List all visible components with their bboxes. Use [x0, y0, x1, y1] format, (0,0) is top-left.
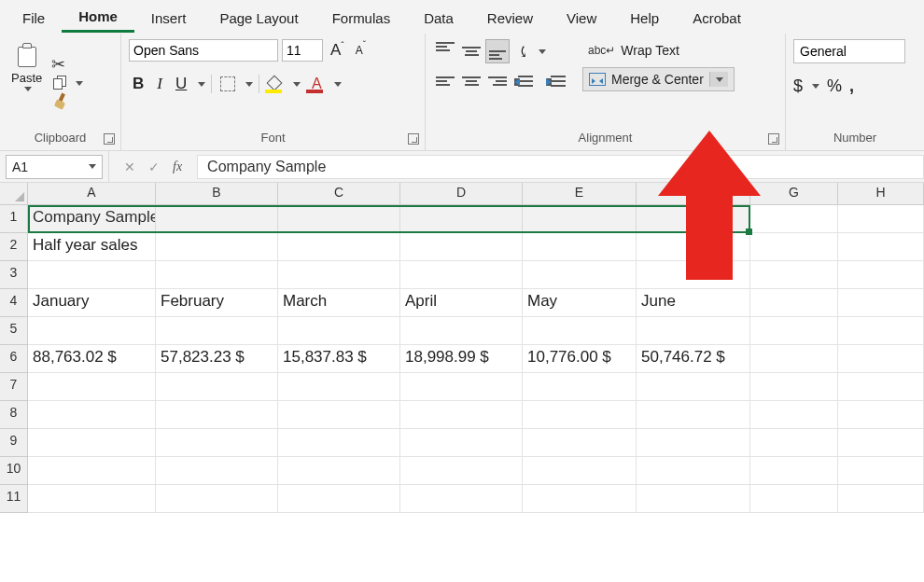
formula-input[interactable] — [197, 155, 924, 179]
col-header-A[interactable]: A — [28, 183, 156, 205]
cell-C4[interactable]: March — [278, 289, 400, 317]
row-header-1[interactable]: 1 — [0, 205, 28, 233]
cell-C5[interactable] — [278, 317, 400, 345]
chevron-down-icon[interactable] — [334, 82, 342, 87]
merge-center-button[interactable]: Merge & Center — [582, 67, 735, 91]
cell-H4[interactable] — [838, 289, 924, 317]
cell-F6[interactable]: 50,746.72 $ — [637, 345, 750, 373]
cell-E7[interactable] — [523, 373, 637, 401]
cell-C1[interactable] — [278, 205, 400, 233]
fx-icon[interactable]: fx — [173, 159, 182, 174]
cell-B2[interactable] — [156, 233, 278, 261]
increase-font-button[interactable]: Aˆ — [327, 41, 348, 60]
col-header-F[interactable]: F — [637, 183, 750, 205]
cell-C7[interactable] — [278, 373, 400, 401]
chevron-down-icon[interactable] — [539, 49, 546, 54]
cell-A2[interactable]: Half year sales — [28, 233, 156, 261]
cell-E9[interactable] — [523, 429, 637, 457]
cell-G10[interactable] — [750, 457, 838, 485]
cell-C9[interactable] — [278, 429, 400, 457]
cell-E3[interactable] — [523, 261, 637, 289]
cell-D1[interactable] — [400, 205, 523, 233]
dialog-launcher-icon[interactable] — [408, 133, 419, 145]
cell-G2[interactable] — [750, 233, 838, 261]
tab-acrobat[interactable]: Acrobat — [676, 3, 758, 32]
cell-F9[interactable] — [637, 429, 750, 457]
cell-E5[interactable] — [523, 317, 637, 345]
cell-D9[interactable] — [400, 429, 523, 457]
cell-B6[interactable]: 57,823.23 $ — [156, 345, 278, 373]
decrease-font-button[interactable]: Aˇ — [352, 44, 370, 57]
row-header-3[interactable]: 3 — [0, 261, 28, 289]
row-header-2[interactable]: 2 — [0, 233, 28, 261]
format-painter-button[interactable] — [51, 93, 83, 112]
cell-D5[interactable] — [400, 317, 523, 345]
chevron-down-icon[interactable] — [198, 82, 205, 87]
merge-dropdown-button[interactable] — [709, 72, 728, 87]
worksheet[interactable]: A B C D E F G H 1 2 3 4 5 6 7 8 9 10 11 … — [0, 183, 924, 582]
cell-E6[interactable]: 10,776.00 $ — [523, 345, 637, 373]
cell-E10[interactable] — [523, 457, 637, 485]
cell-C6[interactable]: 15,837.83 $ — [278, 345, 400, 373]
align-left-button[interactable] — [433, 69, 457, 93]
col-header-E[interactable]: E — [523, 183, 637, 205]
cell-D8[interactable] — [400, 401, 523, 429]
cell-D3[interactable] — [400, 261, 523, 289]
cell-D7[interactable] — [400, 373, 523, 401]
tab-page-layout[interactable]: Page Layout — [203, 3, 315, 32]
number-format-select[interactable] — [793, 39, 905, 63]
cell-F3[interactable] — [637, 261, 750, 289]
cell-H11[interactable] — [838, 485, 924, 513]
cell-A8[interactable] — [28, 401, 156, 429]
cell-H5[interactable] — [838, 317, 924, 345]
cell-F10[interactable] — [637, 457, 750, 485]
chevron-down-icon[interactable] — [812, 84, 819, 89]
cell-A6[interactable]: 88,763.02 $ — [28, 345, 156, 373]
align-bottom-button[interactable] — [485, 39, 510, 63]
cell-G11[interactable] — [750, 485, 838, 513]
cell-A10[interactable] — [28, 457, 156, 485]
cell-G7[interactable] — [750, 373, 838, 401]
dialog-launcher-icon[interactable] — [104, 133, 115, 145]
cell-B10[interactable] — [156, 457, 278, 485]
chevron-down-icon[interactable] — [245, 82, 253, 87]
cell-G3[interactable] — [750, 261, 838, 289]
cell-H9[interactable] — [838, 429, 924, 457]
tab-help[interactable]: Help — [613, 3, 676, 32]
cell-B11[interactable] — [156, 485, 278, 513]
cell-H3[interactable] — [838, 261, 924, 289]
chevron-down-icon[interactable] — [293, 82, 301, 87]
cell-E2[interactable] — [523, 233, 637, 261]
row-header-6[interactable]: 6 — [0, 345, 28, 373]
align-top-button[interactable] — [433, 39, 457, 63]
cell-G8[interactable] — [750, 401, 838, 429]
row-header-9[interactable]: 9 — [0, 429, 28, 457]
col-header-D[interactable]: D — [400, 183, 523, 205]
cell-G9[interactable] — [750, 429, 838, 457]
align-center-button[interactable] — [459, 69, 483, 93]
row-header-10[interactable]: 10 — [0, 457, 28, 485]
cell-H8[interactable] — [838, 401, 924, 429]
cell-H1[interactable] — [838, 205, 924, 233]
row-header-7[interactable]: 7 — [0, 373, 28, 401]
align-right-button[interactable] — [485, 69, 510, 93]
font-color-button[interactable]: A — [306, 75, 327, 93]
cell-H10[interactable] — [838, 457, 924, 485]
cell-C8[interactable] — [278, 401, 400, 429]
cell-C2[interactable] — [278, 233, 400, 261]
cell-A1[interactable]: Company Sample — [28, 205, 156, 233]
wrap-text-button[interactable]: abc↵ Wrap Text — [582, 39, 735, 62]
cell-E11[interactable] — [523, 485, 637, 513]
cell-F2[interactable] — [637, 233, 750, 261]
cell-G1[interactable] — [750, 205, 838, 233]
cell-C10[interactable] — [278, 457, 400, 485]
accept-formula-button[interactable]: ✓ — [148, 159, 160, 174]
cell-D11[interactable] — [400, 485, 523, 513]
font-name-select[interactable] — [129, 39, 278, 62]
cell-B7[interactable] — [156, 373, 278, 401]
row-header-4[interactable]: 4 — [0, 289, 28, 317]
underline-button[interactable]: U — [172, 75, 190, 93]
col-header-G[interactable]: G — [750, 183, 838, 205]
comma-format-button[interactable]: , — [849, 76, 854, 96]
tab-data[interactable]: Data — [407, 3, 470, 32]
